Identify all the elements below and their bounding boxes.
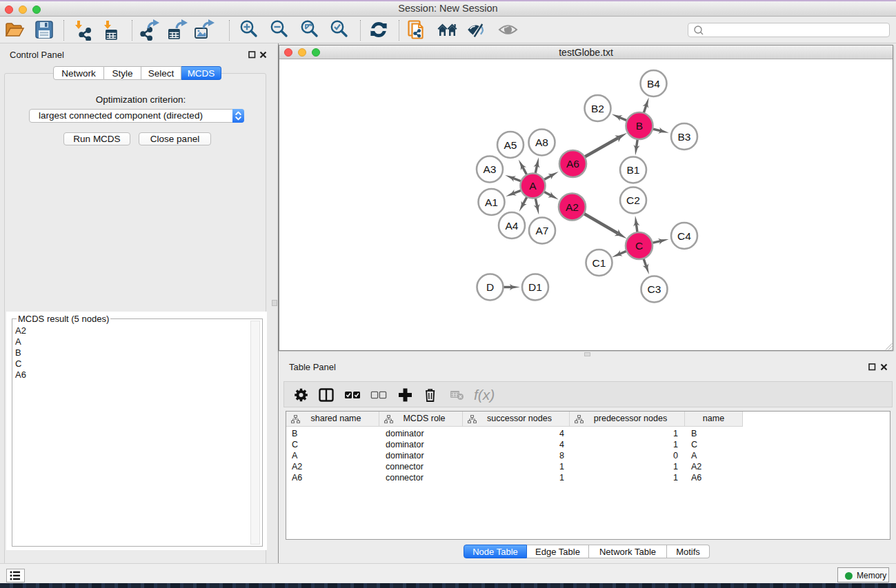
svg-text:C2: C2 [626,194,640,206]
svg-text:D1: D1 [528,281,542,293]
svg-text:A6: A6 [566,158,579,170]
svg-text:D: D [486,281,494,293]
svg-text:B2: B2 [591,103,604,114]
svg-text:A: A [529,180,537,192]
svg-text:B4: B4 [647,78,660,90]
svg-text:B1: B1 [627,164,640,176]
svg-text:A3: A3 [484,163,497,175]
svg-text:A4: A4 [506,220,519,232]
svg-text:A1: A1 [485,196,498,208]
svg-text:C4: C4 [677,230,691,242]
svg-text:C1: C1 [593,257,606,269]
svg-text:A5: A5 [504,139,517,151]
svg-text:A2: A2 [566,201,579,213]
svg-text:B: B [636,120,643,132]
svg-text:A7: A7 [536,225,549,236]
svg-text:C3: C3 [648,283,661,295]
svg-text:C: C [635,240,643,252]
svg-text:B3: B3 [678,131,691,143]
svg-text:A8: A8 [535,136,548,148]
svg-text:f(x): f(x) [474,387,495,403]
